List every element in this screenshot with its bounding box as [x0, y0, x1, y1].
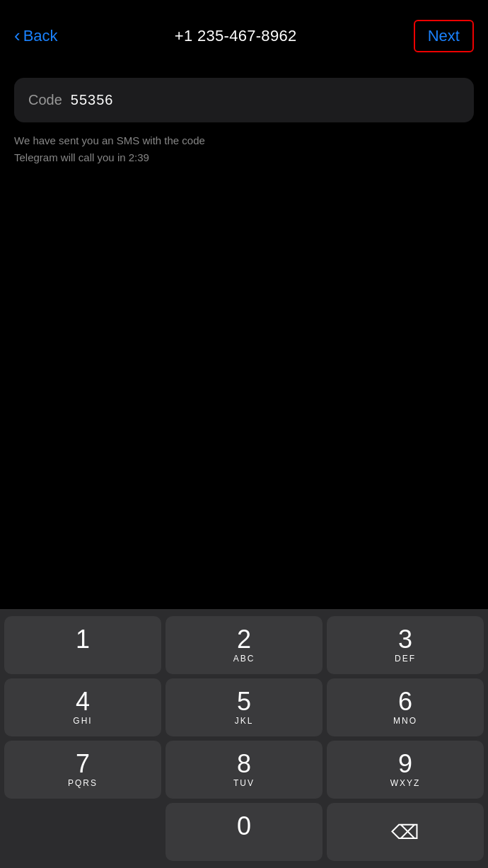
key-0[interactable]: 0: [165, 803, 323, 861]
key-7-letters: PQRS: [68, 778, 98, 789]
key-5[interactable]: 5 JKL: [165, 678, 323, 736]
key-7[interactable]: 7 PQRS: [4, 741, 161, 799]
back-button[interactable]: ‹ Back: [14, 27, 58, 45]
key-0-number: 0: [237, 814, 251, 839]
delete-button[interactable]: ⌫: [327, 803, 484, 861]
sms-info: We have sent you an SMS with the code Te…: [0, 122, 488, 166]
code-value: 55356: [71, 92, 114, 108]
back-chevron-icon: ‹: [14, 26, 21, 45]
key-6-number: 6: [398, 689, 412, 714]
key-9-number: 9: [398, 751, 412, 777]
key-3-letters: DEF: [395, 654, 416, 665]
key-6-letters: MNO: [393, 716, 417, 727]
key-1-number: 1: [76, 627, 90, 652]
key-8[interactable]: 8 TUV: [165, 741, 323, 799]
code-input-box[interactable]: Code 55356: [14, 78, 474, 122]
key-2[interactable]: 2 ABC: [165, 616, 323, 674]
key-4-letters: GHI: [73, 716, 92, 727]
key-8-letters: TUV: [233, 778, 255, 789]
phone-number: +1 235-467-8962: [175, 27, 297, 45]
sms-sent-message: We have sent you an SMS with the code: [14, 132, 474, 149]
header: ‹ Back +1 235-467-8962 Next: [0, 0, 488, 66]
next-button[interactable]: Next: [414, 20, 474, 52]
keypad-grid: 1 2 ABC 3 DEF 4 GHI 5 JKL 6 MNO 7 PQRS 8: [4, 616, 484, 799]
code-label: Code: [28, 92, 62, 108]
key-3-number: 3: [398, 627, 412, 652]
key-1[interactable]: 1: [4, 616, 161, 674]
key-5-number: 5: [237, 689, 251, 714]
key-2-letters: ABC: [233, 654, 255, 665]
bottom-row: 0 ⌫: [4, 803, 484, 861]
back-label: Back: [23, 27, 58, 45]
key-4[interactable]: 4 GHI: [4, 678, 161, 736]
key-0-letters: [242, 840, 245, 852]
key-9[interactable]: 9 WXYZ: [327, 741, 484, 799]
key-empty: [4, 803, 161, 861]
key-4-number: 4: [76, 689, 90, 714]
code-section: Code 55356: [0, 66, 488, 122]
key-7-number: 7: [76, 751, 90, 777]
delete-icon: ⌫: [391, 821, 419, 844]
key-1-letters: [81, 654, 84, 665]
key-2-number: 2: [237, 627, 251, 652]
call-timer-message: Telegram will call you in 2:39: [14, 149, 474, 166]
key-6[interactable]: 6 MNO: [327, 678, 484, 736]
key-5-letters: JKL: [235, 716, 254, 727]
keypad: 1 2 ABC 3 DEF 4 GHI 5 JKL 6 MNO 7 PQRS 8: [0, 609, 488, 868]
key-8-number: 8: [237, 751, 251, 777]
key-3[interactable]: 3 DEF: [327, 616, 484, 674]
key-9-letters: WXYZ: [390, 778, 421, 789]
